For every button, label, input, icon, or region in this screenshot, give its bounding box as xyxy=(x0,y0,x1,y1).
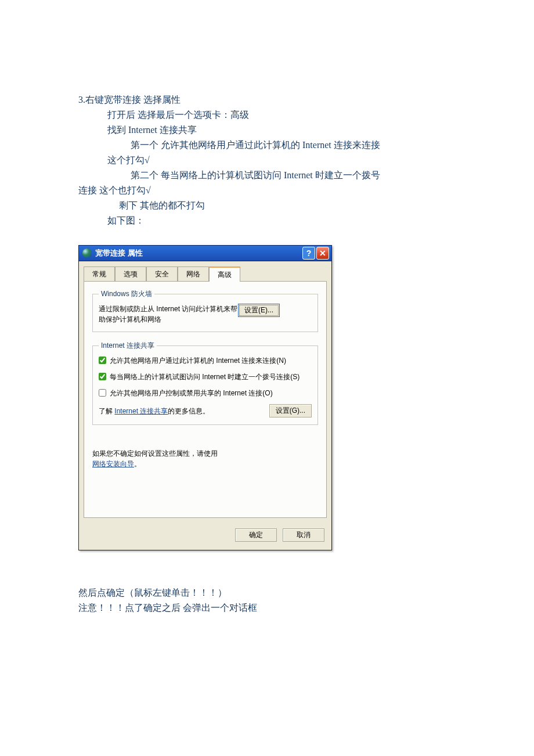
close-button[interactable]: ✕ xyxy=(316,247,329,260)
instr-line: 这个打勾√ xyxy=(78,153,476,167)
note-line: 注意！！！点了确定之后 会弹出一个对话框 xyxy=(78,600,476,615)
tab-advanced[interactable]: 高级 xyxy=(209,267,240,282)
firewall-group: Windows 防火墙 通过限制或防止从 Internet 访问此计算机来帮助保… xyxy=(92,289,318,332)
firewall-text: 通过限制或防止从 Internet 访问此计算机来帮助保护计算机和网络 xyxy=(99,304,238,325)
properties-dialog: 宽带连接 属性 ? ✕ 常规 选项 安全 网络 高级 Windows 防火墙 通… xyxy=(78,245,332,550)
ics-group: Internet 连接共享 允许其他网络用户通过此计算机的 Internet 连… xyxy=(92,340,318,425)
ics-control-label: 允许其他网络用户控制或禁用共享的 Internet 连接(O) xyxy=(110,388,273,398)
firewall-settings-button[interactable]: 设置(E)... xyxy=(238,304,280,317)
instr-line: 如下图： xyxy=(78,214,476,228)
instr-line: 第一个 允许其他网络用户通过此计算机的 Internet 连接来连接 xyxy=(78,138,476,152)
tabstrip: 常规 选项 安全 网络 高级 xyxy=(79,261,331,281)
instruction-block: 3.右键宽带连接 选择属性 打开后 选择最后一个选项卡：高级 找到 Intern… xyxy=(78,93,476,228)
note-line: 然后点确定（鼠标左键单击！！！） xyxy=(78,585,476,600)
post-notes: 然后点确定（鼠标左键单击！！！） 注意！！！点了确定之后 会弹出一个对话框 xyxy=(78,585,476,615)
wizard-text: 如果您不确定如何设置这些属性，请使用 网络安装向导。 xyxy=(92,448,318,469)
firewall-legend: Windows 防火墙 xyxy=(99,289,154,299)
instr-line: 打开后 选择最后一个选项卡：高级 xyxy=(78,108,476,122)
tab-network[interactable]: 网络 xyxy=(178,267,209,282)
instr-line: 连接 这个也打勾√ xyxy=(78,183,476,197)
ics-more-link[interactable]: Internet 连接共享 xyxy=(114,407,168,415)
ics-allow-label: 允许其他网络用户通过此计算机的 Internet 连接来连接(N) xyxy=(110,355,286,366)
dialog-title: 宽带连接 属性 xyxy=(95,247,301,259)
ics-dial-label: 每当网络上的计算机试图访问 Internet 时建立一个拨号连接(S) xyxy=(110,372,300,382)
globe-icon xyxy=(82,249,92,258)
ics-legend: Internet 连接共享 xyxy=(99,340,157,351)
tab-general[interactable]: 常规 xyxy=(84,267,115,282)
ics-more-text: 了解 Internet 连接共享的更多信息。 xyxy=(99,406,269,416)
tabpage-advanced: Windows 防火墙 通过限制或防止从 Internet 访问此计算机来帮助保… xyxy=(84,281,327,518)
ics-dial-checkbox[interactable]: 每当网络上的计算机试图访问 Internet 时建立一个拨号连接(S) xyxy=(99,372,312,382)
instr-line: 第二个 每当网络上的计算机试图访问 Internet 时建立一个拨号 xyxy=(78,168,476,182)
instr-line: 找到 Internet 连接共享 xyxy=(78,123,476,137)
tab-options[interactable]: 选项 xyxy=(115,267,146,282)
help-button[interactable]: ? xyxy=(302,247,315,260)
instr-line: 剩下 其他的都不打勾 xyxy=(78,199,476,213)
ok-button[interactable]: 确定 xyxy=(235,528,277,542)
instr-line: 3.右键宽带连接 选择属性 xyxy=(78,93,476,107)
titlebar[interactable]: 宽带连接 属性 ? ✕ xyxy=(79,246,331,261)
ics-dial-input[interactable] xyxy=(99,373,106,380)
ics-control-input[interactable] xyxy=(99,389,106,397)
tab-security[interactable]: 安全 xyxy=(146,267,178,282)
dialog-buttons: 确定 取消 xyxy=(79,523,331,550)
network-wizard-link[interactable]: 网络安装向导 xyxy=(92,460,134,468)
ics-settings-button[interactable]: 设置(G)... xyxy=(269,404,312,417)
ics-control-checkbox[interactable]: 允许其他网络用户控制或禁用共享的 Internet 连接(O) xyxy=(99,388,312,398)
ics-allow-checkbox[interactable]: 允许其他网络用户通过此计算机的 Internet 连接来连接(N) xyxy=(99,355,312,366)
ics-allow-input[interactable] xyxy=(99,357,106,364)
cancel-button[interactable]: 取消 xyxy=(283,528,324,542)
